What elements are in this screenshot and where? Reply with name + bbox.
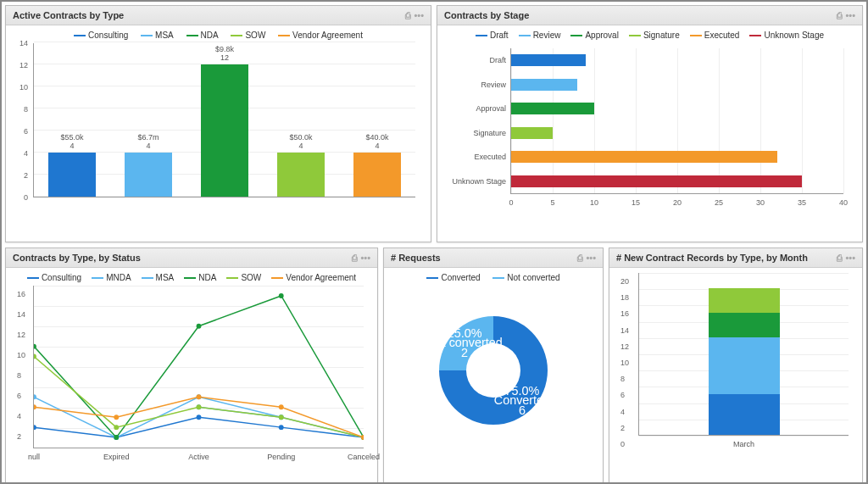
panel-title: Contracts by Type, by Status bbox=[13, 253, 141, 263]
legend-requests: Converted Not converted bbox=[391, 273, 596, 282]
panel-active-contracts: Active Contracts by Type ⎙ ••• Consultin… bbox=[5, 5, 431, 242]
legend-status: ConsultingMNDAMSANDASOWVendor Agreement bbox=[13, 273, 370, 282]
panel-contracts-stage: Contracts by Stage ⎙ ••• DraftReviewAppr… bbox=[437, 5, 863, 242]
legend-item: MSA bbox=[155, 31, 174, 40]
chart-new-records: 02468101214161820March bbox=[616, 273, 855, 451]
panel-requests: # Requests ⎙ ••• Converted Not converted… bbox=[383, 248, 604, 484]
panel-header: # Requests ⎙ ••• bbox=[384, 248, 603, 268]
chart-contracts-status: 246810121416nullExpiredActivePendingCanc… bbox=[13, 286, 370, 464]
legend-item: NDA bbox=[201, 31, 219, 40]
panel-tools[interactable]: ⎙ ••• bbox=[405, 10, 424, 20]
panel-header: Contracts by Type, by Status ⎙ ••• bbox=[6, 248, 377, 268]
legend-item: Not converted bbox=[507, 273, 559, 282]
panel-title: Contracts by Stage bbox=[444, 10, 529, 20]
panel-title: Active Contracts by Type bbox=[13, 10, 124, 20]
chart-contracts-stage: 0510152025303540DraftReviewApprovalSigna… bbox=[444, 43, 855, 213]
panel-tools[interactable]: ⎙ ••• bbox=[577, 253, 596, 263]
panel-tools[interactable]: ⎙ ••• bbox=[352, 253, 370, 263]
panel-header: Active Contracts by Type ⎙ ••• bbox=[6, 6, 431, 25]
svg-text:6: 6 bbox=[519, 403, 526, 417]
panel-header: # New Contract Records by Type, by Month… bbox=[609, 248, 862, 268]
legend-active: Consulting MSA NDA SOW Vendor Agreement bbox=[13, 31, 424, 40]
chart-active-contracts: 02468101214 $55.0k4$6.7m4$9.8k12$50.0k4$… bbox=[13, 43, 424, 213]
legend-item: Converted bbox=[441, 273, 480, 282]
chart-requests: 75.0%Converted625.0%Not converted2 bbox=[391, 286, 596, 455]
legend-item: Vendor Agreement bbox=[292, 31, 363, 40]
panel-title: # New Contract Records by Type, by Month bbox=[616, 253, 808, 263]
svg-text:2: 2 bbox=[461, 346, 468, 359]
legend-stage: DraftReviewApprovalSignatureExecutedUnkn… bbox=[444, 31, 855, 40]
panel-header: Contracts by Stage ⎙ ••• bbox=[437, 6, 862, 25]
legend-item: Consulting bbox=[88, 31, 128, 40]
panel-tools[interactable]: ⎙ ••• bbox=[837, 253, 855, 263]
panel-contracts-status: Contracts by Type, by Status ⎙ ••• Consu… bbox=[5, 248, 378, 484]
legend-item: SOW bbox=[245, 31, 265, 40]
panel-tools[interactable]: ⎙ ••• bbox=[837, 10, 855, 20]
panel-title: # Requests bbox=[391, 253, 441, 263]
panel-new-records: # New Contract Records by Type, by Month… bbox=[609, 248, 863, 484]
